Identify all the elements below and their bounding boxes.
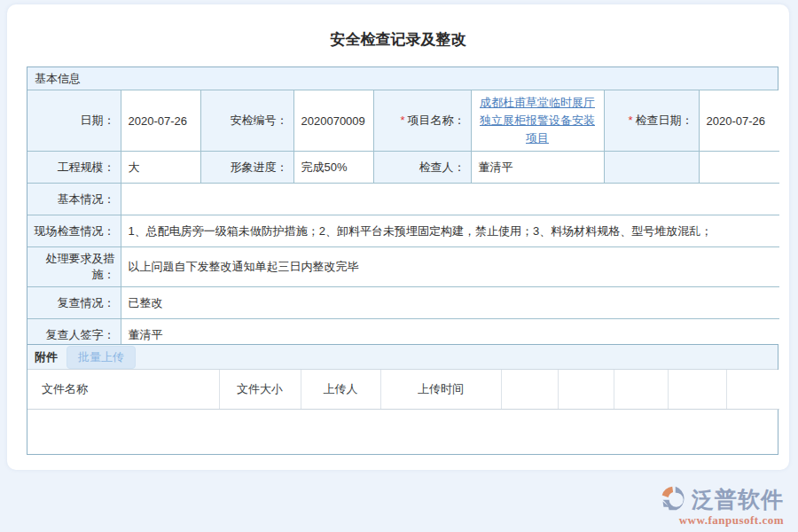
brand-name: 泛普软件 xyxy=(692,485,784,514)
field-value-check-date: 2020-07-26 xyxy=(699,90,779,152)
page-title: 安全检查记录及整改 xyxy=(7,4,789,50)
field-label-review: 复查情况： xyxy=(27,287,121,319)
field-label-inspector: 检查人： xyxy=(373,152,471,184)
attachments-table: 文件名称 文件大小 上传人 上传时间 xyxy=(27,370,779,410)
field-value-measures: 以上问题自下发整改通知单起三日内整改完毕 xyxy=(121,247,779,287)
batch-upload-button[interactable]: 批量上传 xyxy=(66,346,136,369)
fanpu-circle-logo-icon xyxy=(660,484,688,515)
field-value-review: 已整改 xyxy=(121,287,779,319)
col-header-empty xyxy=(501,370,558,409)
field-label-check-date: *检查日期： xyxy=(604,90,699,152)
field-value-scale: 大 xyxy=(121,152,200,184)
col-header-empty xyxy=(668,370,726,409)
basic-info-header: 基本信息 xyxy=(27,67,778,90)
brand-logo: 泛普软件 www.fanpusoft.com xyxy=(660,484,784,528)
basic-info-panel: 基本信息 日期： 2020-07-26 安检编号： 2020070009 *项目… xyxy=(27,66,778,352)
field-label-inspect-no: 安检编号： xyxy=(200,90,293,152)
col-header-file-name: 文件名称 xyxy=(27,370,219,409)
required-asterisk: * xyxy=(400,113,404,127)
field-label-check-date-text: 检查日期： xyxy=(636,113,693,127)
empty-value-cell xyxy=(699,152,779,184)
attachments-header-row: 文件名称 文件大小 上传人 上传时间 xyxy=(27,370,779,409)
col-header-empty xyxy=(614,370,668,409)
basic-info-table: 日期： 2020-07-26 安检编号： 2020070009 *项目名称： 成… xyxy=(27,90,779,351)
field-label-site-check: 现场检查情况： xyxy=(27,215,121,247)
field-label-date: 日期： xyxy=(27,90,121,152)
field-value-date: 2020-07-26 xyxy=(121,90,200,152)
field-value-site-check: 1、总配电房旁一级箱未做防护措施；2、卸料平台未预埋固定构建，禁止使用；3、料场… xyxy=(121,215,779,247)
field-value-basic xyxy=(121,184,779,215)
col-header-empty xyxy=(558,370,614,409)
brand-url: www.fanpusoft.com xyxy=(660,513,784,528)
field-label-project: *项目名称： xyxy=(373,90,471,152)
field-value-progress: 完成50% xyxy=(293,152,373,184)
attachments-panel: 附件 批量上传 文件名称 文件大小 上传人 上传时间 xyxy=(27,344,778,455)
attachments-title: 附件 xyxy=(35,349,58,365)
required-asterisk: * xyxy=(628,113,632,127)
table-row: 复查情况： 已整改 xyxy=(27,287,779,319)
table-row: 现场检查情况： 1、总配电房旁一级箱未做防护措施；2、卸料平台未预埋固定构建，禁… xyxy=(27,215,779,247)
field-label-basic: 基本情况： xyxy=(27,184,121,215)
field-label-scale: 工程规模： xyxy=(27,152,121,184)
col-header-upload-time: 上传时间 xyxy=(380,370,501,409)
col-header-uploader: 上传人 xyxy=(301,370,380,409)
field-label-project-text: 项目名称： xyxy=(408,113,466,127)
field-label-progress: 形象进度： xyxy=(200,152,293,184)
field-value-inspector: 董清平 xyxy=(471,152,604,184)
table-row: 工程规模： 大 形象进度： 完成50% 检查人： 董清平 xyxy=(27,152,779,184)
col-header-file-size: 文件大小 xyxy=(219,370,301,409)
attachments-empty-body xyxy=(27,410,778,454)
table-row: 日期： 2020-07-26 安检编号： 2020070009 *项目名称： 成… xyxy=(27,90,779,152)
empty-label-cell xyxy=(604,152,699,184)
field-value-project: 成都杜甫草堂临时展厅独立展柜报警设备安装项目 xyxy=(471,90,604,152)
project-link[interactable]: 成都杜甫草堂临时展厅独立展柜报警设备安装项目 xyxy=(480,96,595,145)
field-value-inspect-no: 2020070009 xyxy=(293,90,373,152)
col-header-empty xyxy=(726,370,779,409)
table-row: 基本情况： xyxy=(27,184,779,215)
attachments-header: 附件 批量上传 xyxy=(27,345,778,370)
table-row: 处理要求及措施： 以上问题自下发整改通知单起三日内整改完毕 xyxy=(27,247,779,287)
content-panel: 安全检查记录及整改 基本信息 日期： 2020-07-26 安检编号： 2020… xyxy=(7,4,789,470)
field-label-measures: 处理要求及措施： xyxy=(27,247,121,287)
